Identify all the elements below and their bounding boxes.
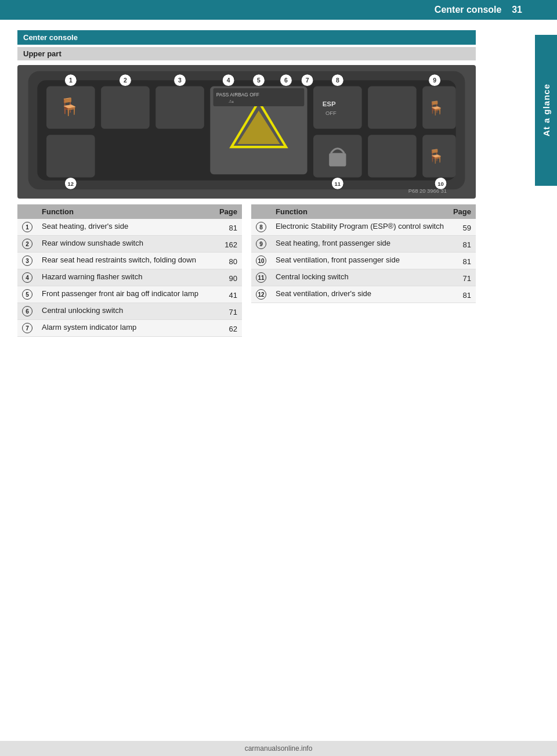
right-col-page: Page [449, 204, 476, 219]
row-page: 90 [215, 269, 242, 286]
row-function: Central unlocking switch [37, 303, 215, 320]
right-col-function: Function [271, 204, 449, 219]
row-num: 10 [251, 253, 271, 269]
svg-text:⚠₂: ⚠₂ [229, 99, 234, 104]
table-row: 12 Seat ventilation, driver's side 81 [251, 286, 476, 303]
row-function: Seat ventilation, front passenger side [271, 253, 449, 269]
side-tab: At a glance [535, 35, 557, 186]
header-bar: Center console 31 [0, 0, 557, 20]
section-header: Center console [17, 30, 476, 45]
side-tab-label: At a glance [541, 84, 551, 136]
svg-text:2: 2 [124, 77, 127, 84]
svg-text:1: 1 [69, 77, 73, 84]
row-page: 81 [449, 236, 476, 253]
table-row: 7 Alarm system indicator lamp 62 [17, 320, 242, 337]
svg-rect-16 [46, 135, 95, 177]
svg-rect-11 [313, 87, 362, 129]
svg-rect-19 [368, 135, 417, 177]
row-page: 162 [215, 236, 242, 253]
row-num: 3 [17, 253, 37, 269]
svg-text:4: 4 [227, 77, 230, 84]
tables-container: Function Page 1 Seat heating, driver's s… [17, 204, 476, 337]
left-col-function: Function [37, 204, 215, 219]
row-function: Alarm system indicator lamp [37, 320, 215, 337]
table-row: 6 Central unlocking switch 71 [17, 303, 242, 320]
svg-text:9: 9 [433, 77, 436, 84]
table-row: 10 Seat ventilation, front passenger sid… [251, 253, 476, 269]
row-function: Hazard warning flasher switch [37, 269, 215, 286]
row-function: Seat heating, front passenger side [271, 236, 449, 253]
svg-text:3: 3 [178, 77, 182, 84]
main-content: Center console Upper part PASS AIRBAG OF… [0, 20, 511, 348]
svg-text:🪑: 🪑 [428, 100, 444, 116]
row-num: 12 [251, 286, 271, 303]
row-function: Electronic Stability Program (ESP®) cont… [271, 219, 449, 236]
svg-rect-18 [329, 153, 346, 167]
row-function: Rear seat head restraints switch, foldin… [37, 253, 215, 269]
row-function: Central locking switch [271, 269, 449, 286]
svg-text:5: 5 [257, 77, 261, 84]
table-row: 11 Central locking switch 71 [251, 269, 476, 286]
table-row: 2 Rear window sunshade switch 162 [17, 236, 242, 253]
right-table: Function Page 8 Electronic Stability Pro… [251, 204, 476, 337]
table-row: 3 Rear seat head restraints switch, fold… [17, 253, 242, 269]
table-row: 9 Seat heating, front passenger side 81 [251, 236, 476, 253]
left-col-page: Page [215, 204, 242, 219]
svg-text:PASS AIRBAG OFF: PASS AIRBAG OFF [216, 92, 259, 98]
header-title: Center console [435, 5, 502, 15]
row-page: 71 [215, 303, 242, 320]
row-page: 59 [449, 219, 476, 236]
row-function: Seat ventilation, driver's side [271, 286, 449, 303]
row-num: 1 [17, 219, 37, 236]
row-page: 81 [449, 286, 476, 303]
row-page: 80 [215, 253, 242, 269]
table-row: 5 Front passenger front air bag off indi… [17, 286, 242, 303]
row-function: Front passenger front air bag off indica… [37, 286, 215, 303]
svg-rect-4 [155, 87, 204, 129]
row-num: 7 [17, 320, 37, 337]
row-function: Seat heating, driver's side [37, 219, 215, 236]
console-image: PASS AIRBAG OFF ⚠₂ ESP OFF [17, 65, 476, 199]
row-num: 2 [17, 236, 37, 253]
right-col-num [251, 204, 271, 219]
row-page: 41 [215, 286, 242, 303]
row-num: 5 [17, 286, 37, 303]
svg-text:10: 10 [437, 181, 443, 187]
row-page: 81 [449, 253, 476, 269]
row-num: 4 [17, 269, 37, 286]
row-page: 81 [215, 219, 242, 236]
svg-text:🪑: 🪑 [428, 148, 444, 164]
left-col-num [17, 204, 37, 219]
svg-text:OFF: OFF [325, 110, 337, 116]
page-number: 31 [512, 5, 522, 15]
svg-text:P68 20 3966 31: P68 20 3966 31 [408, 188, 447, 194]
svg-text:6: 6 [284, 77, 288, 84]
table-row: 1 Seat heating, driver's side 81 [17, 219, 242, 236]
svg-text:12: 12 [68, 181, 74, 187]
row-page: 62 [215, 320, 242, 337]
row-num: 9 [251, 236, 271, 253]
row-num: 11 [251, 269, 271, 286]
row-page: 71 [449, 269, 476, 286]
svg-text:8: 8 [336, 77, 339, 84]
left-table: Function Page 1 Seat heating, driver's s… [17, 204, 242, 337]
svg-rect-3 [101, 87, 150, 129]
svg-text:ESP: ESP [323, 100, 336, 107]
row-function: Rear window sunshade switch [37, 236, 215, 253]
svg-rect-14 [368, 87, 417, 129]
svg-text:11: 11 [335, 181, 341, 187]
row-num: 6 [17, 303, 37, 320]
subsection-header: Upper part [17, 47, 476, 60]
row-num: 8 [251, 219, 271, 236]
svg-text:🪑: 🪑 [59, 96, 80, 117]
table-row: 4 Hazard warning flasher switch 90 [17, 269, 242, 286]
svg-text:7: 7 [306, 77, 309, 84]
footer-banner: carmanualsonline.info [0, 741, 557, 756]
table-row: 8 Electronic Stability Program (ESP®) co… [251, 219, 476, 236]
